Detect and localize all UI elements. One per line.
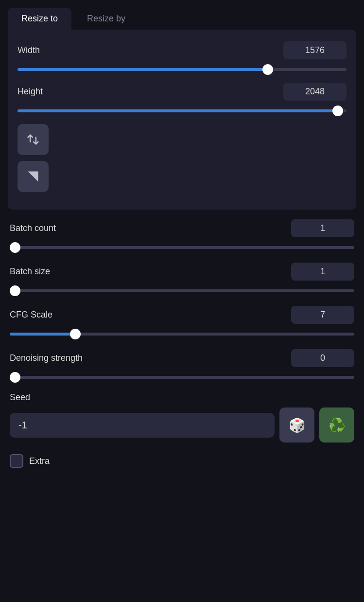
aspect-ratio-icon — [26, 170, 40, 183]
denoising-slider[interactable] — [10, 376, 354, 379]
batch-count-slider[interactable] — [10, 246, 354, 249]
batch-size-slider[interactable] — [10, 289, 354, 292]
denoising-label: Denoising strength — [10, 353, 83, 363]
batch-count-slider-container — [10, 242, 354, 251]
batch-count-field: Batch count — [10, 219, 354, 251]
svg-marker-0 — [28, 172, 38, 182]
denoising-input[interactable] — [291, 349, 354, 367]
swap-icon — [26, 133, 40, 146]
cfg-scale-slider-container — [10, 329, 354, 337]
seed-field: Seed 🎲 ♻️ — [10, 392, 354, 443]
recycle-button[interactable]: ♻️ — [319, 407, 354, 443]
height-slider[interactable] — [17, 109, 347, 112]
batch-count-label: Batch count — [10, 223, 56, 233]
batch-size-input[interactable] — [291, 263, 354, 281]
batch-count-row: Batch count — [10, 219, 354, 237]
resize-panel: Width Height — [8, 30, 356, 210]
width-row: Width — [17, 41, 347, 59]
cfg-scale-field: CFG Scale — [10, 306, 354, 337]
batch-size-label: Batch size — [10, 266, 50, 277]
cfg-scale-input[interactable] — [291, 306, 354, 324]
tab-resize-to[interactable]: Resize to — [8, 8, 71, 30]
dice-button[interactable]: 🎲 — [279, 407, 314, 443]
tab-resize-by[interactable]: Resize by — [73, 8, 139, 30]
batch-size-field: Batch size — [10, 263, 354, 294]
batch-size-slider-container — [10, 285, 354, 294]
seed-label: Seed — [10, 392, 30, 402]
height-slider-container — [17, 106, 347, 114]
seed-input[interactable] — [10, 413, 275, 438]
height-input[interactable] — [283, 83, 347, 101]
swap-button[interactable] — [17, 124, 49, 155]
denoising-slider-container — [10, 372, 354, 381]
denoising-field: Denoising strength — [10, 349, 354, 381]
denoising-row: Denoising strength — [10, 349, 354, 367]
seed-row: 🎲 ♻️ — [10, 407, 354, 443]
aspect-ratio-button[interactable] — [17, 161, 49, 192]
width-label: Width — [17, 45, 40, 55]
height-label: Height — [17, 87, 43, 97]
cfg-scale-slider[interactable] — [10, 333, 354, 336]
extra-row: Extra — [10, 454, 354, 468]
extra-checkbox[interactable] — [10, 454, 23, 468]
controls-section: Batch count Batch size CFG Scale Denoisi… — [8, 219, 356, 468]
width-input[interactable] — [283, 41, 347, 59]
batch-count-input[interactable] — [291, 219, 354, 237]
width-slider-container — [17, 64, 347, 73]
height-row: Height — [17, 83, 347, 101]
cfg-scale-label: CFG Scale — [10, 310, 52, 320]
width-slider[interactable] — [17, 68, 347, 71]
tab-bar: Resize to Resize by — [8, 8, 356, 30]
dice-icon: 🎲 — [289, 417, 306, 433]
recycle-icon: ♻️ — [329, 417, 346, 433]
extra-label: Extra — [29, 456, 50, 466]
cfg-scale-row: CFG Scale — [10, 306, 354, 324]
batch-size-row: Batch size — [10, 263, 354, 281]
